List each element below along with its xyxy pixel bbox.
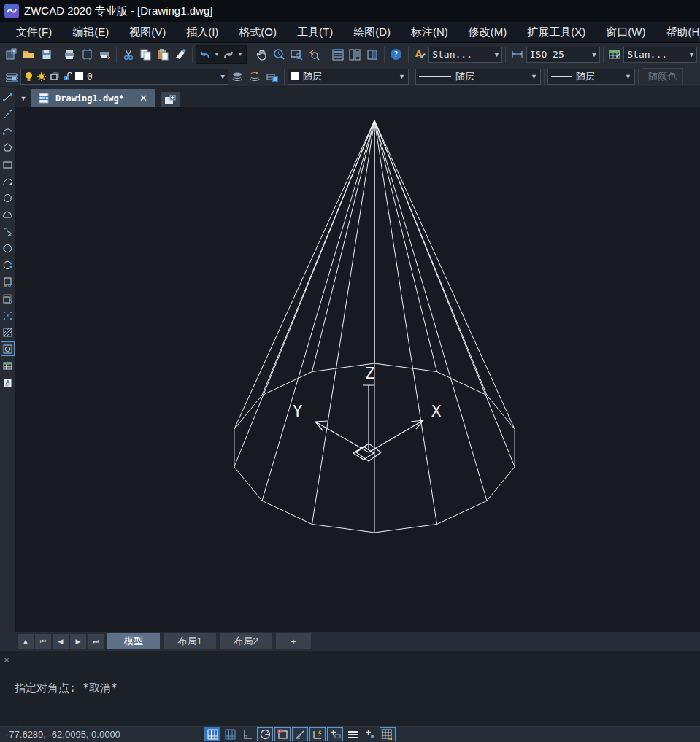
xline-tool-button[interactable] xyxy=(1,107,15,121)
region-tool-button[interactable] xyxy=(1,341,15,356)
make-block-tool-button[interactable] xyxy=(1,291,15,306)
ducs-toggle-icon[interactable] xyxy=(309,727,326,741)
menu-window[interactable]: 窗口(W) xyxy=(596,23,655,42)
make-current-layer-button[interactable] xyxy=(228,67,246,86)
layer-properties-button[interactable] xyxy=(3,67,20,86)
polygon-tool-button[interactable] xyxy=(1,140,15,155)
revcloud-tool-button[interactable] xyxy=(1,207,15,222)
redo-dropdown-caret[interactable]: ▼ xyxy=(237,51,243,58)
new-doc-tab-button[interactable] xyxy=(161,92,180,107)
layer-unlock-icon[interactable] xyxy=(62,72,72,82)
zoom-realtime-button[interactable] xyxy=(271,45,288,64)
command-history[interactable]: 指定对角点: *取消* 命令: *取消* 命令: RE REGEN 命令: xyxy=(13,651,119,726)
doc-tab-close-icon[interactable]: ✕ xyxy=(129,93,147,104)
doc-tab-drawing1[interactable]: DWG Drawing1.dwg* ✕ xyxy=(31,89,155,107)
circle-tool-button[interactable] xyxy=(1,190,15,205)
lineweight-combo[interactable]: 随层 ▼ xyxy=(547,69,635,85)
designcenter-button[interactable] xyxy=(364,45,381,64)
paste-button[interactable] xyxy=(155,45,172,64)
otrack-toggle-icon[interactable] xyxy=(292,727,308,741)
insert-block-tool-button[interactable] xyxy=(1,274,15,289)
pan-button[interactable] xyxy=(253,45,271,64)
tab-layout1[interactable]: 布局1 xyxy=(164,633,216,649)
help-button[interactable]: ? xyxy=(388,45,405,64)
drawing-canvas[interactable]: Z X Y xyxy=(15,107,700,632)
ellipse-tool-button[interactable] xyxy=(1,241,15,255)
print-preview-button[interactable] xyxy=(79,45,96,64)
prev-tab-button[interactable]: ◀ xyxy=(53,634,69,649)
snap-toggle-icon[interactable] xyxy=(222,727,238,741)
chevron-down-icon[interactable]: ▼ xyxy=(217,73,225,80)
menu-format[interactable]: 格式(O) xyxy=(228,23,287,42)
new-file-button[interactable] xyxy=(3,45,20,64)
layer-freeze-sun-icon[interactable] xyxy=(36,72,47,82)
undo-dropdown-caret[interactable]: ▼ xyxy=(214,51,220,58)
dyn-toggle-icon[interactable] xyxy=(327,727,343,741)
hatch-tool-button[interactable] xyxy=(1,325,15,339)
arc-tool-button[interactable] xyxy=(1,174,15,188)
layer-combo[interactable]: 0 ▼ xyxy=(20,69,228,85)
table-tool-button[interactable] xyxy=(1,358,15,373)
spline-tool-button[interactable] xyxy=(1,224,15,239)
tab-model[interactable]: 模型 xyxy=(107,633,160,649)
annotation-scale-icon[interactable] xyxy=(362,727,378,741)
linetype-combo[interactable]: 随层 ▼ xyxy=(415,69,541,85)
chevron-down-icon[interactable]: ▼ xyxy=(394,73,405,80)
chevron-down-icon[interactable]: ▼ xyxy=(685,51,693,58)
layer-previous-button[interactable] xyxy=(246,67,264,86)
properties-palette-button[interactable] xyxy=(329,45,347,64)
chevron-down-icon[interactable]: ▼ xyxy=(526,73,537,80)
menu-help[interactable]: 帮助(H) xyxy=(655,23,700,42)
menu-draw[interactable]: 绘图(D) xyxy=(343,23,401,42)
menu-tools[interactable]: 工具(T) xyxy=(287,23,343,42)
last-tab-button[interactable]: ⏭ xyxy=(88,634,104,649)
polyline-tool-button[interactable] xyxy=(1,123,15,138)
zoom-previous-button[interactable] xyxy=(305,45,323,64)
osnap-toggle-icon[interactable] xyxy=(274,727,291,741)
ellipse-arc-tool-button[interactable] xyxy=(1,258,15,272)
redo-button[interactable] xyxy=(221,45,236,64)
mtext-tool-button[interactable]: A xyxy=(1,375,15,390)
color-combo[interactable]: 随层 ▼ xyxy=(288,69,409,85)
save-button[interactable] xyxy=(37,45,55,64)
command-window[interactable]: ✕ 指定对角点: *取消* 命令: *取消* 命令: RE REGEN 命令: xyxy=(0,651,700,726)
zoom-window-button[interactable] xyxy=(288,45,305,64)
layer-viewport-icon[interactable] xyxy=(50,72,59,81)
grid-toggle-icon[interactable] xyxy=(204,727,220,741)
menu-modify[interactable]: 修改(M) xyxy=(458,23,518,42)
layer-on-bulb-icon[interactable] xyxy=(24,72,34,82)
ortho-toggle-icon[interactable] xyxy=(239,727,255,741)
first-tab-button[interactable]: ⏮ xyxy=(35,634,51,649)
cut-button[interactable] xyxy=(120,45,137,64)
add-layout-button[interactable]: + xyxy=(276,633,311,649)
chevron-down-icon[interactable]: ▼ xyxy=(588,51,596,58)
next-tab-button[interactable]: ▶ xyxy=(70,634,86,649)
chevron-down-icon[interactable]: ▼ xyxy=(491,51,499,58)
menu-file[interactable]: 文件(F) xyxy=(6,23,62,42)
line-tool-button[interactable] xyxy=(1,90,15,104)
layoutbar-expand-button[interactable]: ▲ xyxy=(18,634,34,649)
rectangle-tool-button[interactable] xyxy=(1,157,15,171)
command-close-icon[interactable]: ✕ xyxy=(0,651,13,726)
lineweight-display-icon[interactable] xyxy=(345,727,361,741)
point-tool-button[interactable] xyxy=(1,308,15,322)
table-style-combo[interactable]: Stan...▼ xyxy=(623,47,697,63)
menu-dimension[interactable]: 标注(N) xyxy=(401,23,458,42)
tab-layout2[interactable]: 布局2 xyxy=(220,633,272,649)
menu-express[interactable]: 扩展工具(X) xyxy=(517,23,596,42)
dim-style-combo[interactable]: ISO-25▼ xyxy=(526,47,600,63)
text-style-combo[interactable]: Stan...▼ xyxy=(428,47,502,63)
doc-tab-list-caret[interactable]: ▼ xyxy=(15,90,31,107)
menu-insert[interactable]: 插入(I) xyxy=(176,23,228,42)
polar-toggle-icon[interactable] xyxy=(257,727,273,741)
chevron-down-icon[interactable]: ▼ xyxy=(620,73,631,80)
plot-export-button[interactable] xyxy=(96,45,114,64)
quickcalc-button[interactable] xyxy=(346,45,364,64)
match-properties-button[interactable] xyxy=(172,45,189,64)
copy-button[interactable] xyxy=(137,45,155,64)
print-button[interactable] xyxy=(61,45,79,64)
layer-states-button[interactable] xyxy=(264,67,281,86)
open-file-button[interactable] xyxy=(20,45,38,64)
undo-button[interactable] xyxy=(198,45,212,64)
menu-edit[interactable]: 编辑(E) xyxy=(62,23,119,42)
